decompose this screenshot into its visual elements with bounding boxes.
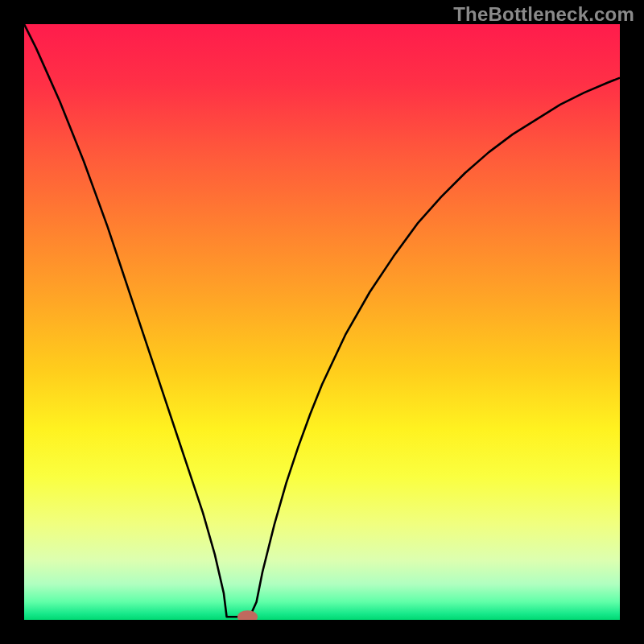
bottleneck-plot bbox=[24, 24, 620, 620]
gradient-backdrop bbox=[24, 24, 620, 620]
watermark-text: TheBottleneck.com bbox=[453, 3, 634, 26]
chart-frame: TheBottleneck.com bbox=[0, 0, 644, 644]
